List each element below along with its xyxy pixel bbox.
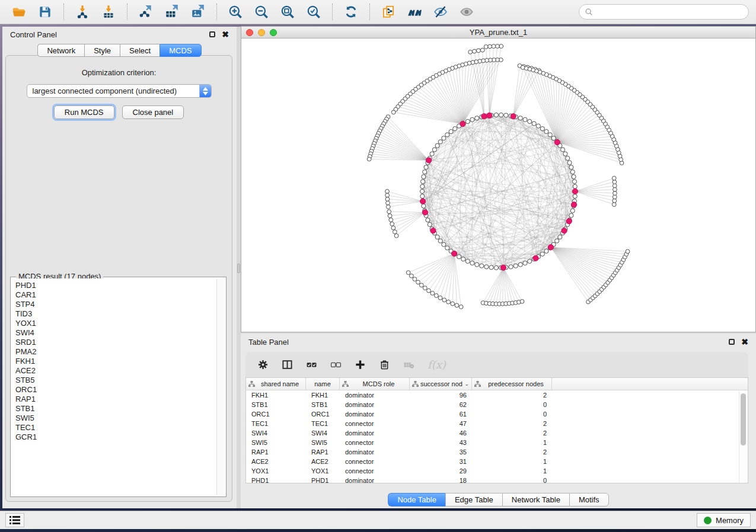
graph-node[interactable] (540, 252, 544, 256)
graph-node[interactable] (445, 133, 449, 137)
graph-node[interactable] (435, 235, 439, 239)
graph-node[interactable] (427, 289, 431, 293)
graph-node[interactable] (544, 249, 548, 253)
table-row[interactable]: FKH1FKH1dominator962 (246, 390, 739, 400)
graph-hub-node[interactable] (554, 139, 560, 145)
graph-hub-node[interactable] (571, 202, 576, 207)
mcds-result-item[interactable]: STB1 (15, 404, 212, 414)
graph-node[interactable] (423, 170, 427, 174)
graph-node[interactable] (473, 49, 477, 53)
vertical-splitter[interactable] (237, 27, 241, 508)
mcds-result-item[interactable]: PHD1 (15, 281, 212, 290)
graph-node[interactable] (420, 189, 424, 193)
graph-node[interactable] (465, 119, 470, 123)
graph-node[interactable] (438, 296, 442, 300)
graph-node[interactable] (551, 136, 556, 140)
graph-node[interactable] (484, 45, 488, 49)
graph-node[interactable] (387, 210, 391, 214)
graph-node[interactable] (561, 148, 565, 152)
refresh-button[interactable] (339, 2, 363, 21)
graph-node[interactable] (419, 283, 423, 287)
graph-node[interactable] (386, 205, 390, 209)
graph-node[interactable] (385, 197, 390, 201)
table-row[interactable]: PHD1PHD1dominator180 (246, 476, 739, 483)
graph-node[interactable] (520, 299, 524, 303)
graph-node[interactable] (470, 261, 474, 265)
graph-hub-node[interactable] (460, 121, 465, 126)
graph-hub-node[interactable] (548, 245, 553, 250)
column-header-predecessor-nodes[interactable]: predecessor nodes (472, 378, 552, 390)
graph-node[interactable] (367, 157, 371, 161)
tab-style[interactable]: Style (84, 44, 120, 57)
mcds-result-item[interactable]: FKH1 (15, 357, 212, 366)
graph-node[interactable] (409, 274, 413, 278)
graph-node[interactable] (569, 213, 573, 217)
graph-node[interactable] (391, 110, 395, 114)
graph-node[interactable] (494, 265, 498, 270)
select-all-button[interactable] (306, 359, 317, 370)
graph-node[interactable] (492, 44, 496, 49)
graph-node[interactable] (612, 203, 616, 207)
graph-node[interactable] (572, 180, 576, 184)
graph-node[interactable] (470, 117, 474, 121)
graph-node[interactable] (475, 262, 479, 267)
graph-hub-node[interactable] (572, 188, 578, 194)
graph-node[interactable] (435, 143, 439, 148)
save-session-button[interactable] (33, 2, 57, 21)
graph-hub-node[interactable] (566, 219, 572, 224)
mcds-result-item[interactable]: TID3 (15, 309, 212, 319)
graph-node[interactable] (455, 303, 459, 307)
graph-hub-node[interactable] (420, 198, 426, 204)
new-network-from-selection-button[interactable] (377, 2, 400, 21)
mcds-result-item[interactable]: STB5 (15, 376, 212, 385)
network-canvas[interactable] (241, 39, 755, 332)
function-builder-button[interactable]: f(x) (428, 358, 446, 371)
show-column-panel-button[interactable] (282, 359, 293, 370)
tab-node-table[interactable]: Node Table (388, 493, 445, 507)
graph-node[interactable] (480, 264, 484, 268)
mcds-result-item[interactable]: SWI4 (15, 328, 212, 338)
export-image-button[interactable] (186, 2, 210, 21)
graph-node[interactable] (420, 180, 425, 184)
graph-node[interactable] (442, 136, 446, 140)
graph-node[interactable] (532, 121, 536, 126)
graph-node[interactable] (426, 218, 430, 222)
graph-node[interactable] (509, 265, 513, 269)
graph-node[interactable] (499, 44, 503, 49)
graph-node[interactable] (488, 44, 492, 49)
graph-node[interactable] (442, 298, 446, 302)
graph-node[interactable] (499, 113, 503, 117)
tab-network[interactable]: Network (37, 44, 84, 57)
mcds-result-item[interactable]: STP4 (15, 300, 212, 309)
graph-node[interactable] (572, 175, 576, 179)
float-panel-icon[interactable] (209, 31, 215, 37)
graph-node[interactable] (573, 184, 577, 188)
criterion-dropdown[interactable]: largest connected component (undirected) (27, 84, 212, 98)
table-row[interactable]: SWI4SWI4dominator462 (246, 428, 739, 438)
run-mcds-button[interactable]: Run MCDS (54, 105, 114, 119)
graph-node[interactable] (468, 50, 473, 54)
graph-node[interactable] (528, 259, 532, 263)
graph-node[interactable] (612, 176, 616, 180)
mcds-result-item[interactable]: CAR1 (15, 290, 212, 300)
graph-node[interactable] (385, 193, 390, 197)
graph-node[interactable] (423, 286, 427, 290)
hide-selected-button[interactable] (429, 2, 452, 21)
graph-node[interactable] (446, 300, 451, 304)
mcds-result-item[interactable]: GCR1 (15, 432, 212, 442)
table-row[interactable]: SWI5SWI5connector431 (246, 438, 739, 447)
graph-node[interactable] (428, 222, 432, 226)
add-column-button[interactable] (355, 359, 366, 370)
window-maximize-icon[interactable] (270, 29, 277, 36)
graph-node[interactable] (613, 180, 617, 184)
tab-network-table[interactable]: Network Table (502, 493, 569, 507)
graph-node[interactable] (413, 277, 417, 281)
tab-edge-table[interactable]: Edge Table (445, 493, 502, 507)
graph-node[interactable] (523, 261, 527, 265)
graph-node[interactable] (613, 198, 617, 203)
close-panel-button[interactable]: Close panel (122, 105, 184, 119)
export-network-button[interactable] (134, 2, 158, 21)
memory-button[interactable]: Memory (697, 513, 751, 527)
column-header-shared-name[interactable]: shared name (246, 378, 306, 390)
graph-node[interactable] (613, 195, 617, 199)
